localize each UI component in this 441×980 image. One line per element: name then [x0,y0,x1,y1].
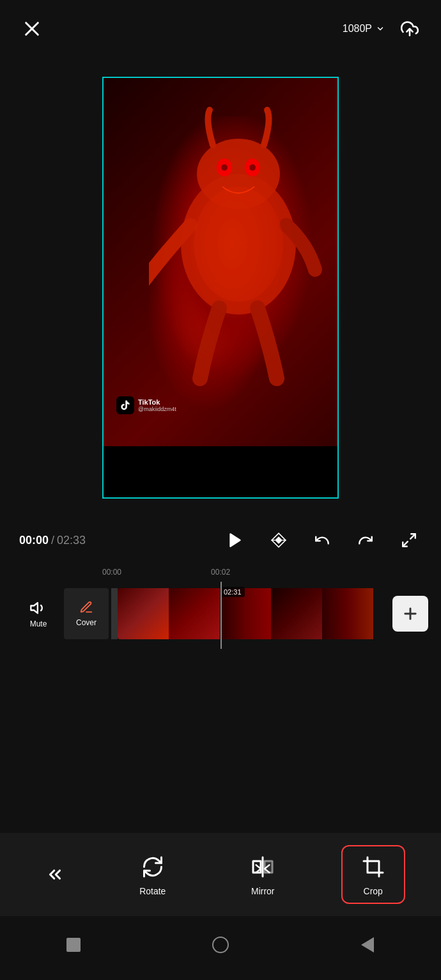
controls-row: 00:00 / 02:33 [0,518,441,563]
mirror-icon [249,853,277,881]
tiktok-watermark: TikTok @makiiddzm4t [116,396,176,414]
bottom-toolbar: Rotate Mirror Crop [0,833,441,916]
crop-icon [359,853,387,881]
mute-button[interactable]: Mute [13,599,64,628]
svg-point-9 [194,187,283,302]
system-back-button[interactable] [352,929,383,961]
rotate-tool[interactable]: Rotate [121,853,185,896]
time-separator: / [51,534,54,547]
undo-button[interactable] [309,527,335,553]
rotate-icon [139,853,167,881]
total-time: 02:33 [57,534,86,547]
play-button[interactable] [222,527,248,553]
strip-frame-1 [118,588,169,639]
timeline-timestamps: 00:00 00:02 [0,568,441,577]
system-home-button[interactable] [205,929,236,961]
crop-label: Crop [364,886,383,896]
monster-visual [149,104,328,410]
home-icon [212,937,229,953]
video-content [104,78,337,497]
top-bar: 1080P [0,0,441,58]
black-bar-bottom [104,446,337,497]
cover-label: Cover [76,618,97,627]
redo-button[interactable] [353,527,378,553]
mirror-tool[interactable]: Mirror [231,853,295,896]
fullscreen-button[interactable] [396,527,422,553]
playback-controls [222,527,422,553]
video-preview-area: TikTok @makiiddzm4t [0,58,441,518]
tiktok-logo [116,396,134,414]
stop-icon [66,938,81,952]
clip-duration-badge: 02:31 [220,587,245,597]
top-right-controls: 1080P [343,17,422,41]
resolution-label: 1080P [343,23,372,35]
tiktok-title-label: TikTok [138,398,176,406]
mirror-label: Mirror [251,886,275,896]
video-frame: TikTok @makiiddzm4t [102,77,339,499]
svg-point-8 [249,164,256,171]
back-icon [361,937,374,953]
tiktok-text: TikTok @makiiddzm4t [138,398,176,412]
svg-rect-19 [368,861,379,873]
keyframe-button[interactable] [266,527,291,553]
tiktok-handle-label: @makiiddzm4t [138,406,176,412]
playhead [220,582,222,649]
svg-point-7 [221,164,228,171]
close-button[interactable] [19,16,45,42]
system-bar [0,916,441,980]
svg-marker-15 [31,603,38,613]
rotate-label: Rotate [139,886,166,896]
timestamp-1: 00:00 [102,568,121,577]
current-time: 00:00 [19,534,49,547]
back-collapse-button[interactable] [36,865,74,884]
timeline-area: 00:00 00:02 02:31 Mute Cover [0,563,441,690]
time-display: 00:00 / 02:33 [19,534,86,547]
timestamp-2: 00:02 [211,568,230,577]
resolution-button[interactable]: 1080P [343,23,385,35]
add-clip-button[interactable] [392,596,428,632]
video-strip[interactable] [118,588,387,639]
system-stop-button[interactable] [58,929,89,961]
strip-frame-2 [169,588,220,639]
mute-label: Mute [30,619,47,628]
crop-tool[interactable]: Crop [341,845,405,904]
strip-frame-5 [322,588,373,639]
svg-marker-10 [230,534,240,547]
cover-button[interactable]: Cover [64,588,109,639]
clip-separator [111,588,118,639]
strip-frame-4 [271,588,322,639]
export-button[interactable] [398,17,422,41]
